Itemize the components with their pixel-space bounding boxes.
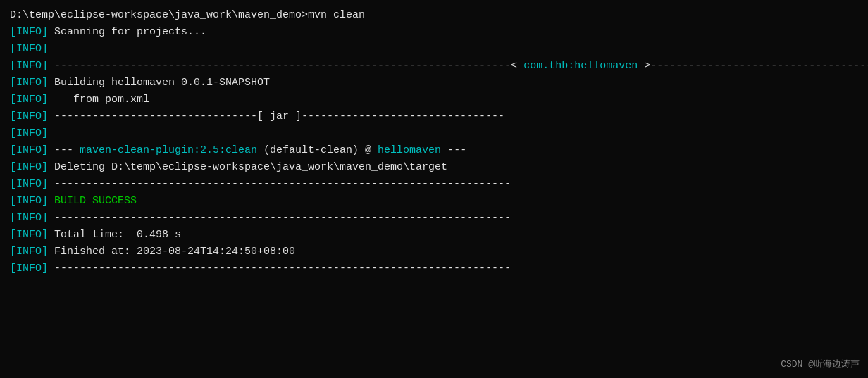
terminal-line: D:\temp\eclipse-workspace\java_work\mave… [10,7,858,24]
artifact-id: com.thb:hellomaven [523,58,638,75]
dash-before: --- [54,142,80,159]
line-content: Deleting D:\temp\eclipse-workspace\java_… [54,159,447,176]
info-prefix: [INFO] [10,244,54,260]
terminal-line: [INFO] ---------------------------------… [10,260,858,277]
line-content: Total time: 0.498 s [54,227,181,244]
plugin-name: maven-clean-plugin:2.5:clean [80,142,257,159]
info-prefix: [INFO] [10,260,54,277]
line-content: --------------------------------[ jar ]-… [54,108,504,125]
terminal-line: [INFO] Total time: 0.498 s [10,227,858,244]
line-content: ----------------------------------------… [54,260,511,277]
watermark-text: CSDN @听海边涛声 [781,358,860,372]
info-prefix: [INFO] [10,75,54,92]
terminal-window: D:\temp\eclipse-workspace\java_work\mave… [0,0,868,378]
terminal-line: [INFO] from pom.xml [10,92,858,108]
terminal-line: [INFO] ---------------------------------… [10,176,858,193]
terminal-line: [INFO] ---------------------------------… [10,58,858,75]
line-content: ----------------------------------------… [54,176,511,193]
terminal-line: [INFO] Scanning for projects... [10,24,858,41]
info-prefix: [INFO] [10,58,54,75]
info-prefix: [INFO] [10,176,54,193]
terminal-line: [INFO] Building hellomaven 0.0.1-SNAPSHO… [10,75,858,92]
info-prefix: [INFO] [10,210,54,227]
terminal-line: [INFO] BUILD SUCCESS [10,193,858,210]
info-prefix: [INFO] [10,193,54,210]
sep-before: ----------------------------------------… [54,58,523,75]
project-name: hellomaven [378,142,441,159]
build-success: BUILD SUCCESS [54,193,137,210]
line-content: Finished at: 2023-08-24T14:24:50+08:00 [54,244,295,260]
terminal-line: [INFO] --------------------------------[… [10,108,858,125]
terminal-line: [INFO] Finished at: 2023-08-24T14:24:50+… [10,244,858,260]
line-content: from pom.xml [54,92,149,108]
prompt-text: D:\temp\eclipse-workspace\java_work\mave… [10,7,365,24]
info-prefix: [INFO] [10,24,54,41]
terminal-line: [INFO] [10,41,858,58]
terminal-line: [INFO] ---------------------------------… [10,210,858,227]
info-prefix: [INFO] [10,159,54,176]
dash-after: --- [441,142,466,159]
line-content: ----------------------------------------… [54,210,511,227]
sep-after: >---------------------------------------… [638,58,868,75]
terminal-line: [INFO] Deleting D:\temp\eclipse-workspac… [10,159,858,176]
terminal-line: [INFO] [10,125,858,142]
info-prefix: [INFO] [10,125,54,142]
line-content: Building hellomaven 0.0.1-SNAPSHOT [54,75,270,92]
terminal-line: [INFO] --- maven-clean-plugin:2.5:clean … [10,142,858,159]
info-prefix: [INFO] [10,92,54,108]
info-prefix: [INFO] [10,227,54,244]
info-prefix: [INFO] [10,142,54,159]
line-content: Scanning for projects... [54,24,206,41]
middle-text: (default-clean) @ [257,142,378,159]
info-prefix: [INFO] [10,108,54,125]
info-prefix: [INFO] [10,41,54,58]
